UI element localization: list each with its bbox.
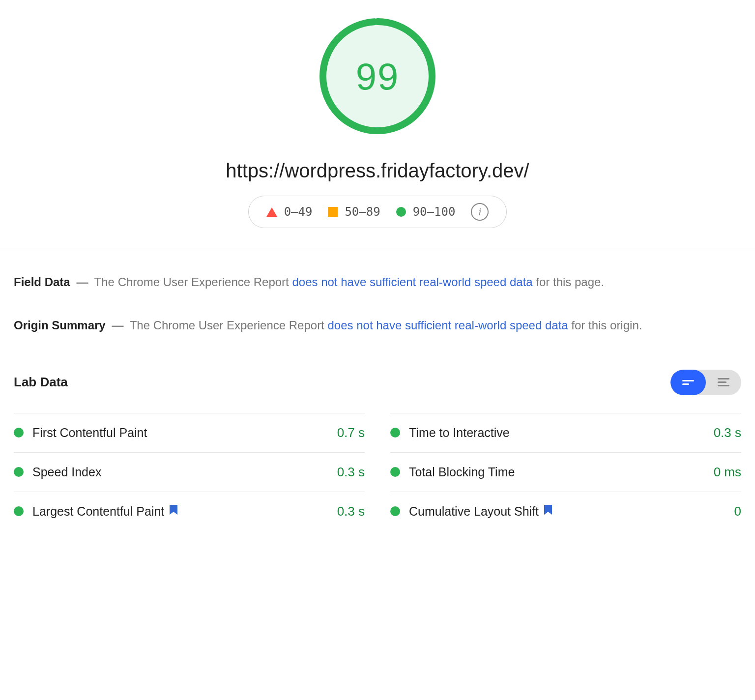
metric-value: 0 [734,504,741,519]
metric-name: Total Blocking Time [409,465,515,479]
metric-row[interactable]: Cumulative Layout Shift0 [390,492,741,531]
status-dot-icon [390,428,400,438]
bookmark-icon [544,504,552,518]
metric-value: 0 ms [714,465,741,480]
lab-data-title: Lab Data [14,375,68,390]
metric-value: 0.3 s [337,504,365,519]
expanded-icon [682,380,694,385]
legend-poor: 0–49 [266,205,313,219]
dash-separator: — [112,319,123,332]
status-dot-icon [390,506,400,516]
metric-name: Cumulative Layout Shift [409,504,552,519]
status-dot-icon [14,467,24,477]
legend-average-label: 50–89 [345,205,380,219]
field-data-section: Field Data — The Chrome User Experience … [0,248,755,292]
metric-name: Time to Interactive [409,426,510,440]
score-header: 99 https://wordpress.fridayfactory.dev/ … [0,0,755,248]
dash-separator: — [76,275,88,289]
status-dot-icon [390,467,400,477]
origin-summary-section: Origin Summary — The Chrome User Experie… [0,292,755,335]
score-gauge: 99 [316,15,439,138]
origin-summary-text-before: The Chrome User Experience Report [130,319,328,332]
metric-row[interactable]: Time to Interactive0.3 s [390,413,741,452]
score-legend: 0–49 50–89 90–100 i [248,196,507,228]
metric-value: 0.3 s [714,425,741,440]
square-icon [328,207,338,217]
view-toggle-expanded[interactable] [670,370,706,395]
metric-name: First Contentful Paint [32,426,147,440]
metric-name: Largest Contentful Paint [32,504,178,519]
field-data-label: Field Data [14,275,70,289]
field-data-link[interactable]: does not have sufficient real-world spee… [292,275,532,289]
compact-icon [718,378,729,386]
legend-good-label: 90–100 [413,205,456,219]
info-icon[interactable]: i [471,203,489,221]
legend-poor-label: 0–49 [284,205,313,219]
metric-row[interactable]: Speed Index0.3 s [14,452,365,492]
metric-row[interactable]: First Contentful Paint0.7 s [14,413,365,452]
page-url: https://wordpress.fridayfactory.dev/ [226,160,529,182]
lab-data-header: Lab Data [0,335,755,413]
view-toggle-compact[interactable] [706,370,741,395]
metric-value: 0.3 s [337,465,365,480]
lab-metrics-grid: First Contentful Paint0.7 sSpeed Index0.… [0,413,755,531]
legend-average: 50–89 [328,205,380,219]
bookmark-icon [169,504,178,518]
metric-row[interactable]: Largest Contentful Paint0.3 s [14,492,365,531]
status-dot-icon [14,506,24,516]
field-data-text-before: The Chrome User Experience Report [94,275,292,289]
metric-row[interactable]: Total Blocking Time0 ms [390,452,741,492]
origin-summary-label: Origin Summary [14,319,106,332]
circle-icon [396,207,406,217]
field-data-text-after: for this page. [533,275,604,289]
status-dot-icon [14,428,24,438]
score-value: 99 [316,15,439,138]
triangle-icon [266,207,277,217]
metric-name: Speed Index [32,465,101,479]
origin-summary-text-after: for this origin. [568,319,642,332]
view-toggle [670,370,741,395]
origin-summary-link[interactable]: does not have sufficient real-world spee… [327,319,568,332]
metric-value: 0.7 s [337,425,365,440]
legend-good: 90–100 [396,205,456,219]
